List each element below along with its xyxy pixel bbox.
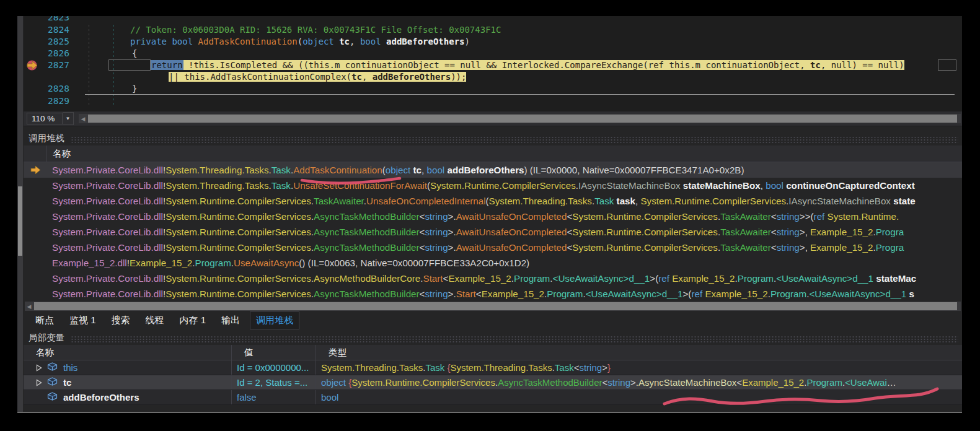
callstack-frame-text: System.Private.CoreLib.dll!System.Runtim… xyxy=(52,242,962,253)
current-line-border xyxy=(938,59,956,71)
callstack-frame-text: Example_15_2.dll!Example_15_2.Program.Us… xyxy=(52,258,962,268)
callstack-rows: System.Private.CoreLib.dll!System.Thread… xyxy=(24,162,962,302)
callstack-frame-row[interactable]: System.Private.CoreLib.dll!System.Runtim… xyxy=(24,209,962,224)
callstack-row-gutter xyxy=(24,178,52,193)
callstack-frame-text: System.Private.CoreLib.dll!System.Thread… xyxy=(52,180,962,191)
scroll-left-arrow-icon[interactable]: ◀ xyxy=(79,116,87,122)
callstack-frame-row[interactable]: System.Private.CoreLib.dll!System.Thread… xyxy=(24,178,962,193)
code-line: 2827return !this.IsCompleted && ((this.m… xyxy=(24,59,962,71)
callstack-frame-row[interactable]: System.Private.CoreLib.dll!System.Runtim… xyxy=(24,193,962,209)
chevron-down-icon: ▼ xyxy=(66,116,71,121)
callstack-row-gutter xyxy=(24,162,52,178)
locals-variable-row[interactable]: addBeforeOthersfalsebool xyxy=(24,390,962,405)
method-separator-line xyxy=(85,94,955,95)
callstack-horizontal-scrollbar[interactable]: ◀ xyxy=(25,302,961,311)
code-line: 2823 xyxy=(24,16,962,24)
zoom-dropdown-button[interactable]: ▼ xyxy=(63,112,74,125)
locals-type-cell: System.Threading.Tasks.Task {System.Thre… xyxy=(316,360,962,375)
editor-hscroll-thumb[interactable] xyxy=(88,115,957,123)
variable-name: this xyxy=(63,362,77,373)
code-line: 2828} xyxy=(24,83,962,95)
callstack-row-gutter xyxy=(24,209,52,224)
callstack-frame-row[interactable]: System.Private.CoreLib.dll!System.Runtim… xyxy=(24,286,962,302)
callstack-frame-text: System.Private.CoreLib.dll!System.Runtim… xyxy=(52,227,962,237)
callstack-frame-row[interactable]: System.Private.CoreLib.dll!System.Thread… xyxy=(24,162,962,178)
callstack-frame-row[interactable]: Example_15_2.dll!Example_15_2.Program.Us… xyxy=(24,255,962,271)
current-line-border xyxy=(108,59,151,71)
variable-cube-icon xyxy=(47,392,58,401)
locals-panel: 局部变量 名称 值 类型 thisId = 0x0000000...System… xyxy=(24,330,962,405)
callstack-gutter-column xyxy=(24,146,46,162)
code-editor[interactable]: 28232824// Token: 0x06003D0A RID: 15626 … xyxy=(24,16,962,111)
callstack-frame-text: System.Private.CoreLib.dll!System.Runtim… xyxy=(52,289,962,299)
tab-线程[interactable]: 线程 xyxy=(140,312,170,329)
locals-col-type[interactable]: 类型 xyxy=(316,345,962,360)
panel-divider xyxy=(24,126,962,131)
line-number: 2823 xyxy=(35,16,69,24)
tab-输出[interactable]: 输出 xyxy=(216,312,245,329)
code-line: 2826{ xyxy=(24,48,962,59)
locals-name-cell: this xyxy=(24,360,232,375)
callstack-row-gutter xyxy=(24,286,52,302)
bottom-tabstrip: 断点监视 1搜索线程内存 1输出调用堆栈 xyxy=(24,311,962,330)
variable-name: tc xyxy=(63,377,71,388)
callstack-frame-text: System.Private.CoreLib.dll!System.Runtim… xyxy=(52,273,962,284)
callstack-frame-row[interactable]: System.Private.CoreLib.dll!System.Runtim… xyxy=(24,224,962,240)
locals-rows: thisId = 0x0000000...System.Threading.Ta… xyxy=(24,360,962,405)
tab-active-调用堆栈[interactable]: 调用堆栈 xyxy=(250,311,299,329)
locals-value-cell: false xyxy=(232,390,316,404)
tab-监视 1[interactable]: 监视 1 xyxy=(64,312,102,329)
callstack-frame-text: System.Private.CoreLib.dll!System.Runtim… xyxy=(52,196,962,206)
current-statement-highlight: || this.AddTaskContinuationComplex(tc, a… xyxy=(169,72,466,82)
locals-name-cell: tc xyxy=(24,375,232,390)
expand-chevron-icon[interactable] xyxy=(36,364,45,372)
line-number: 2825 xyxy=(35,36,69,48)
callstack-frame-text: System.Private.CoreLib.dll!System.Thread… xyxy=(52,165,962,175)
screenshot-root: 28232824// Token: 0x06003D0A RID: 15626 … xyxy=(0,0,980,431)
locals-name-cell: addBeforeOthers xyxy=(24,390,232,404)
variable-cube-icon xyxy=(47,362,58,371)
vertical-scrollbar-thumb[interactable] xyxy=(18,186,22,256)
editor-horizontal-scrollbar[interactable]: ◀ xyxy=(79,114,961,123)
tab-内存 1[interactable]: 内存 1 xyxy=(174,312,212,329)
locals-variable-row[interactable]: tcId = 2, Status =...object {System.Runt… xyxy=(24,375,962,390)
tab-断点[interactable]: 断点 xyxy=(30,312,60,329)
zoom-level-select[interactable]: 110 % xyxy=(27,113,63,124)
callstack-frame-row[interactable]: System.Private.CoreLib.dll!System.Runtim… xyxy=(24,271,962,286)
line-number: 2827 xyxy=(35,59,69,71)
line-number: 2826 xyxy=(35,48,69,59)
left-vertical-scrollbar[interactable] xyxy=(17,16,23,412)
locals-col-value[interactable]: 值 xyxy=(232,345,316,360)
locals-variable-row[interactable]: thisId = 0x0000000...System.Threading.Ta… xyxy=(24,360,962,375)
callstack-name-column-label: 名称 xyxy=(46,148,71,160)
title-dotted-pattern xyxy=(71,136,958,143)
title-dotted-pattern xyxy=(71,336,958,342)
main-content: 28232824// Token: 0x06003D0A RID: 15626 … xyxy=(24,16,962,412)
current-statement-breakpoint-icon[interactable] xyxy=(27,60,38,71)
callstack-column-header[interactable]: 名称 xyxy=(24,146,962,162)
current-statement-highlight: !this.IsCompleted && ((this.m_continuati… xyxy=(183,60,904,70)
line-number: 2829 xyxy=(35,95,69,107)
code-line: 2825private bool AddTaskContinuation(obj… xyxy=(24,36,962,48)
current-frame-arrow-icon xyxy=(30,165,41,175)
callstack-row-gutter xyxy=(24,193,52,209)
callstack-hscroll-thumb[interactable] xyxy=(34,302,957,310)
callstack-row-gutter xyxy=(24,240,52,255)
tab-搜索[interactable]: 搜索 xyxy=(106,312,136,329)
locals-title-label: 局部变量 xyxy=(29,332,64,344)
callstack-title-label: 调用堆栈 xyxy=(29,133,64,144)
callstack-row-gutter xyxy=(24,271,52,286)
callstack-frame-row[interactable]: System.Private.CoreLib.dll!System.Runtim… xyxy=(24,240,962,255)
locals-type-cell: object {System.Runtime.CompilerServices.… xyxy=(316,375,962,390)
line-number: 2828 xyxy=(35,83,69,95)
expand-chevron-icon[interactable] xyxy=(36,379,45,386)
debugger-window: 28232824// Token: 0x06003D0A RID: 15626 … xyxy=(17,16,962,413)
callstack-panel-title: 调用堆栈 xyxy=(24,131,962,146)
code-line: 2824// Token: 0x06003D0A RID: 15626 RVA:… xyxy=(24,24,962,36)
zoom-level-value: 110 % xyxy=(32,114,55,123)
locals-column-header[interactable]: 名称 值 类型 xyxy=(24,345,962,360)
locals-value-cell: Id = 0x0000000... xyxy=(232,360,316,375)
editor-bottom-bar: 110 % ▼ ◀ xyxy=(24,111,962,126)
locals-col-name[interactable]: 名称 xyxy=(24,345,232,360)
scroll-left-arrow-icon[interactable]: ◀ xyxy=(25,303,33,310)
